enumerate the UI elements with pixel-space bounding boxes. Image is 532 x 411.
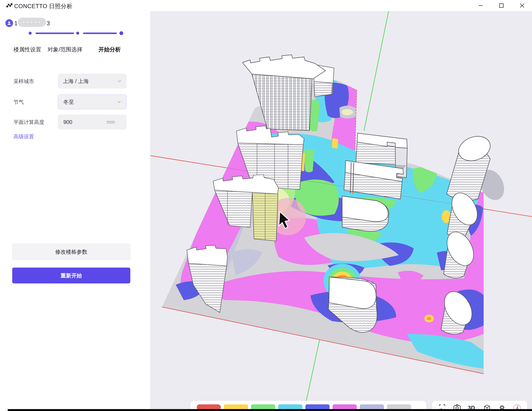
step-line-2 (83, 33, 117, 34)
chevron-down-icon (118, 79, 122, 83)
sampling-city-select[interactable]: 上海 / 上海 (58, 74, 127, 89)
maximize-button[interactable] (497, 2, 506, 10)
plane-height-unit: mm (107, 119, 115, 125)
tab-object-range-select[interactable]: 对象/范围选择 (48, 46, 82, 53)
label-plane-calc-height: 平面计算高度 (13, 119, 44, 126)
tab-building-properties[interactable]: 楼属性设置 (13, 46, 41, 53)
steps-tab-row: 楼属性设置 对象/范围选择 开始分析 (0, 44, 150, 54)
close-button[interactable] (518, 2, 526, 10)
masked-stars: ★★★★★ (22, 20, 42, 24)
solar-term-value: 冬至 (63, 98, 117, 105)
plane-height-input[interactable] (63, 119, 107, 125)
step-dot-1 (29, 32, 32, 35)
close-icon (519, 3, 525, 8)
chevron-down-icon (117, 100, 121, 104)
label-sampling-city: 采样城市 (13, 78, 34, 85)
app-logo-icon (6, 2, 13, 9)
restart-label: 重新开始 (61, 272, 82, 279)
minimize-icon (478, 3, 484, 8)
advanced-settings-link[interactable]: 高级设置 (13, 133, 34, 140)
tab-start-analysis[interactable]: 开始分析 (98, 46, 121, 53)
user-avatar (5, 19, 13, 27)
modify-building-params-label: 修改楼栋参数 (55, 248, 87, 255)
title-bar: CONCETTO 日照分析 (0, 0, 532, 11)
user-id-prefix: 1 (14, 20, 18, 27)
step-line-1 (36, 33, 74, 34)
user-icon (7, 21, 11, 26)
minimize-button[interactable] (476, 2, 485, 10)
step-dot-3 (119, 31, 123, 35)
viewport-3d[interactable]: 3D (150, 11, 532, 411)
window-bottom-strip (8, 409, 532, 411)
settings-sidebar: 1 ★★★★★ 3 楼属性设置 对象/范围选择 开始分析 采样城市 上海 / 上… (0, 11, 150, 411)
user-id-masked: ★★★★★ (18, 18, 46, 27)
label-solar-term: 节气 (13, 99, 24, 105)
plane-height-field[interactable]: mm (58, 115, 127, 130)
restart-button[interactable]: 重新开始 (12, 268, 130, 283)
app-title: CONCETTO 日照分析 (14, 2, 73, 10)
modify-building-params-button[interactable]: 修改楼栋参数 (12, 244, 130, 260)
solar-term-select[interactable]: 冬至 (58, 94, 127, 109)
user-id-suffix: 3 (47, 20, 50, 27)
scene-canvas (151, 11, 532, 411)
maximize-icon (499, 3, 504, 8)
sampling-city-value: 上海 / 上海 (63, 78, 118, 85)
step-dot-2 (76, 32, 79, 35)
